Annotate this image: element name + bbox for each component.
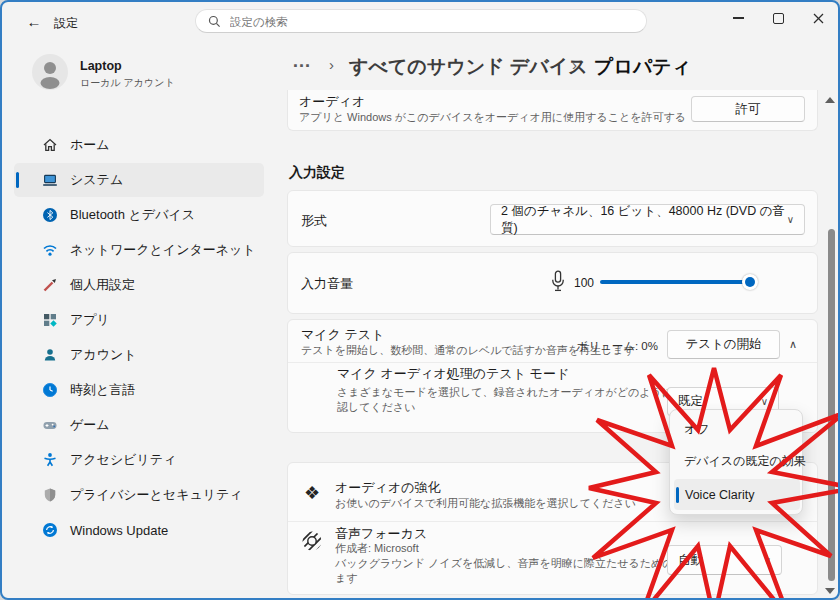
dropdown-option-label: Voice Clarity bbox=[685, 488, 754, 502]
row-divider bbox=[288, 521, 817, 522]
format-value: 2 個のチャネル、16 ビット、48000 Hz (DVD の音質) bbox=[501, 203, 787, 237]
test-mode-title: マイク オーディオ処理のテスト モード bbox=[337, 365, 569, 383]
input-settings-header: 入力設定 bbox=[289, 164, 345, 182]
sidebar-item-label: ネットワークとインターネット bbox=[70, 241, 256, 259]
sidebar-item-accounts[interactable]: アカウント bbox=[14, 338, 264, 372]
test-mode-value: 既定 bbox=[678, 393, 703, 410]
sidebar-item-label: ゲーム bbox=[70, 416, 110, 434]
input-volume-value: 100 bbox=[574, 276, 594, 290]
user-name: Laptop bbox=[80, 59, 122, 73]
chevron-down-icon: ∨ bbox=[761, 396, 768, 407]
accessibility-icon bbox=[42, 452, 58, 468]
sidebar-item-label: アカウント bbox=[70, 346, 137, 364]
start-test-button[interactable]: テストの開始 bbox=[667, 330, 780, 359]
sidebar-item-system[interactable]: システム bbox=[14, 163, 264, 197]
slider-thumb-dot bbox=[745, 277, 755, 287]
person-icon bbox=[32, 54, 68, 90]
chevron-down-icon: ∨ bbox=[787, 214, 794, 225]
accounts-icon bbox=[42, 347, 58, 363]
privacy-icon bbox=[42, 487, 58, 503]
apps-icon bbox=[42, 312, 58, 328]
sidebar-item-gaming[interactable]: ゲーム bbox=[14, 408, 264, 442]
back-button[interactable]: ← bbox=[20, 8, 48, 34]
avatar[interactable] bbox=[32, 54, 68, 90]
voice-focus-icon bbox=[300, 529, 324, 553]
sidebar-item-windows-update[interactable]: Windows Update bbox=[14, 513, 264, 547]
minimize-icon bbox=[733, 17, 744, 19]
sidebar-item-apps[interactable]: アプリ bbox=[14, 303, 264, 337]
mic-test-title: マイク テスト bbox=[301, 326, 384, 344]
audio-enhance-icon: ❖ bbox=[304, 482, 320, 504]
sidebar-item-personalization[interactable]: 個人用設定 bbox=[14, 268, 264, 302]
mic-test-volume-readout: ボリューム: 0% bbox=[554, 339, 658, 354]
sidebar-item-privacy-security[interactable]: プライバシーとセキュリティ bbox=[14, 478, 264, 512]
sidebar-item-label: システム bbox=[70, 171, 123, 189]
windows-update-icon bbox=[42, 522, 58, 538]
sidebar-item-label: 時刻と言語 bbox=[70, 381, 135, 399]
scrollbar-down-arrow[interactable] bbox=[825, 588, 835, 594]
back-icon: ← bbox=[27, 13, 42, 30]
selected-option-indicator bbox=[676, 487, 679, 503]
breadcrumb-ellipsis[interactable]: … bbox=[292, 50, 311, 72]
voice-focus-author: 作成者: Microsoft bbox=[335, 541, 419, 556]
dropdown-option-device-default[interactable]: デバイスの既定の効果 bbox=[674, 446, 810, 476]
format-combobox[interactable]: 2 個のチャネル、16 ビット、48000 Hz (DVD の音質) ∨ bbox=[490, 204, 805, 235]
minimize-button[interactable] bbox=[718, 4, 758, 32]
input-volume-slider-track[interactable] bbox=[600, 280, 752, 284]
sidebar-item-network-internet[interactable]: ネットワークとインターネット bbox=[14, 233, 264, 267]
gaming-icon bbox=[42, 417, 58, 433]
system-icon bbox=[42, 172, 58, 188]
voice-focus-combobox[interactable]: 自動 ∨ bbox=[667, 545, 782, 575]
personalization-icon bbox=[42, 277, 58, 293]
breadcrumb-current: プロパティ bbox=[594, 54, 691, 80]
user-account-type: ローカル アカウント bbox=[80, 76, 175, 90]
sidebar-item-label: アプリ bbox=[70, 311, 110, 329]
time-language-icon bbox=[42, 382, 58, 398]
dropdown-option-off[interactable]: オフ bbox=[674, 414, 810, 444]
input-volume-slider-thumb[interactable] bbox=[742, 274, 758, 290]
settings-window: ← 設定 Laptop ローカル アカウント ホーム bbox=[0, 0, 840, 600]
audio-enhance-desc: お使いのデバイスで利用可能な拡張機能を選択してください bbox=[335, 496, 636, 511]
microphone-icon bbox=[551, 270, 565, 293]
allow-button[interactable]: 許可 bbox=[691, 96, 805, 122]
sidebar-item-home[interactable]: ホーム bbox=[14, 128, 264, 162]
test-mode-dropdown-flyout: オフ デバイスの既定の効果 Voice Clarity bbox=[669, 409, 803, 515]
scrollbar[interactable] bbox=[822, 90, 840, 600]
format-label: 形式 bbox=[301, 212, 327, 230]
maximize-icon bbox=[773, 13, 784, 24]
audio-enhance-title: オーディオの強化 bbox=[335, 479, 441, 497]
search-input[interactable] bbox=[228, 12, 612, 32]
breadcrumb-parent[interactable]: すべてのサウンド デバイス bbox=[349, 54, 588, 80]
audio-title: オーディオ bbox=[299, 93, 365, 111]
chevron-up-icon[interactable]: ∧ bbox=[789, 338, 797, 351]
test-mode-desc-line2: 認してください bbox=[337, 400, 416, 415]
breadcrumb-separator: › bbox=[329, 56, 334, 73]
scrollbar-up-arrow[interactable] bbox=[825, 97, 835, 103]
maximize-button[interactable] bbox=[758, 4, 798, 32]
sidebar-item-label: ホーム bbox=[70, 136, 110, 154]
sidebar-item-time-language[interactable]: 時刻と言語 bbox=[14, 373, 264, 407]
sidebar-item-label: アクセシビリティ bbox=[70, 451, 176, 469]
close-button[interactable] bbox=[798, 4, 838, 32]
voice-focus-value: 自動 bbox=[678, 552, 703, 569]
sidebar-item-label: 個人用設定 bbox=[70, 276, 135, 294]
app-title: 設定 bbox=[54, 15, 78, 32]
dropdown-option-voice-clarity[interactable]: Voice Clarity bbox=[674, 479, 800, 510]
row-divider bbox=[288, 362, 817, 363]
selection-indicator bbox=[16, 172, 19, 188]
sidebar-item-label: Windows Update bbox=[70, 523, 168, 538]
breadcrumb-separator: › bbox=[572, 56, 577, 73]
home-icon bbox=[42, 137, 58, 153]
sidebar-item-bluetooth-devices[interactable]: Bluetooth とデバイス bbox=[14, 198, 264, 232]
chevron-down-icon: ∨ bbox=[764, 555, 771, 566]
search-box[interactable] bbox=[195, 9, 647, 33]
audio-desc: アプリと Windows がこのデバイスをオーディオ用に使用することを許可する bbox=[299, 110, 686, 125]
sidebar-item-label: プライバシーとセキュリティ bbox=[70, 486, 243, 504]
voice-focus-desc-line2: ます bbox=[335, 571, 358, 586]
bluetooth-icon bbox=[42, 207, 58, 223]
network-icon bbox=[42, 242, 58, 258]
close-icon bbox=[813, 13, 824, 24]
sidebar-item-label: Bluetooth とデバイス bbox=[70, 206, 195, 224]
scrollbar-thumb[interactable] bbox=[828, 229, 835, 581]
sidebar-item-accessibility[interactable]: アクセシビリティ bbox=[14, 443, 264, 477]
